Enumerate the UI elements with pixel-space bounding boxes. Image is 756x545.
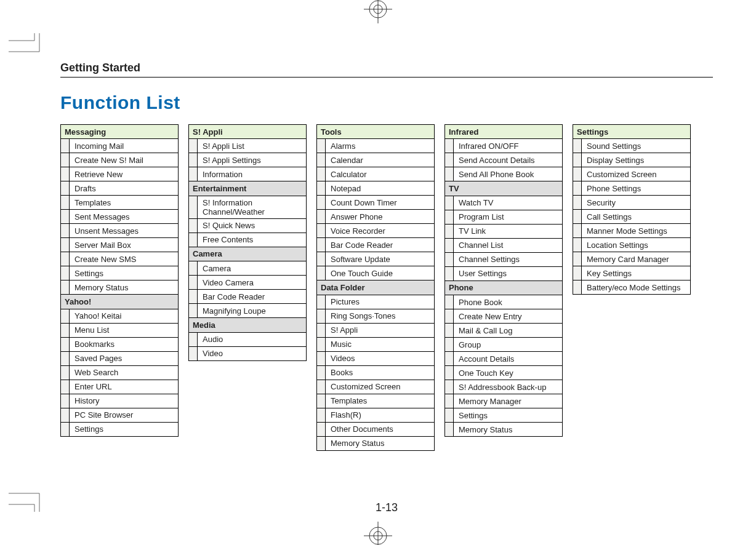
menu-item: Infrared ON/OFF <box>454 139 563 153</box>
menu-item: Security <box>582 196 691 210</box>
menu-item-gutter <box>573 153 582 167</box>
menu-item-gutter <box>61 196 70 210</box>
menu-item: Web Search <box>70 365 179 380</box>
menu-item-gutter <box>445 238 454 252</box>
menu-group: TVWatch TVProgram ListTV LinkChannel Lis… <box>444 181 563 281</box>
menu-group-header: Yahoo! <box>61 295 179 309</box>
menu-item: S! Appli <box>326 323 435 337</box>
menu-item: Software Update <box>326 252 435 266</box>
menu-item-gutter <box>317 266 326 280</box>
menu-item-gutter <box>189 153 198 167</box>
menu-item-gutter <box>317 351 326 365</box>
menu-group: InfraredInfrared ON/OFFSend Account Deta… <box>444 124 563 181</box>
menu-column: SettingsSound SettingsDisplay SettingsCu… <box>573 124 691 295</box>
menu-item: Video Camera <box>198 276 307 290</box>
menu-item: Incoming Mail <box>70 139 179 153</box>
menu-item: Settings <box>70 422 179 436</box>
menu-item-gutter <box>189 261 198 276</box>
menu-item: Magnifying Loupe <box>198 304 307 318</box>
menu-item-gutter <box>61 181 70 196</box>
menu-item-gutter <box>61 408 70 422</box>
menu-item-gutter <box>61 380 70 394</box>
menu-item-gutter <box>61 323 70 337</box>
menu-item: Videos <box>326 351 435 365</box>
menu-item-gutter <box>189 290 198 304</box>
menu-item-gutter <box>445 380 454 394</box>
menu-item: Free Contents <box>198 233 307 247</box>
menu-item-gutter <box>445 252 454 266</box>
registration-mark-bottom <box>364 522 392 545</box>
menu-item: Memory Status <box>326 436 435 450</box>
menu-item: Phone Book <box>454 295 563 309</box>
menu-item-gutter <box>317 252 326 266</box>
menu-item-gutter <box>445 309 454 324</box>
menu-item-gutter <box>61 266 70 280</box>
menu-item-gutter <box>61 351 70 365</box>
menu-item: Templates <box>70 196 179 210</box>
menu-item: Memory Status <box>454 423 563 437</box>
menu-item: Channel Settings <box>454 252 563 266</box>
menu-item: S! Appli Settings <box>198 153 307 167</box>
menu-item-gutter <box>445 153 454 167</box>
menu-item: TV Link <box>454 224 563 238</box>
registration-mark-top <box>364 0 392 23</box>
menu-group: MediaAudioVideo <box>188 318 307 361</box>
menu-item: Location Settings <box>582 238 691 252</box>
menu-item-gutter <box>573 224 582 238</box>
menu-item-gutter <box>573 238 582 252</box>
function-list-columns: MessagingIncoming MailCreate New S! Mail… <box>60 124 713 451</box>
menu-item: Bar Code Reader <box>326 238 435 252</box>
menu-group: EntertainmentS! Information Channel/Weat… <box>188 181 307 247</box>
menu-item-gutter <box>445 324 454 338</box>
menu-group-header: Data Folder <box>317 280 435 295</box>
menu-item-gutter <box>573 266 582 280</box>
menu-item: Video <box>198 346 307 360</box>
page-title: Function List <box>60 92 713 113</box>
menu-item: Sent Messages <box>70 210 179 224</box>
menu-group-header: Entertainment <box>189 181 307 196</box>
menu-item-gutter <box>445 338 454 352</box>
menu-item: Program List <box>454 210 563 224</box>
menu-item-gutter <box>317 337 326 351</box>
menu-item-gutter <box>445 423 454 437</box>
menu-item: Mail & Call Log <box>454 324 563 338</box>
menu-item: Camera <box>198 261 307 276</box>
menu-item: Account Details <box>454 352 563 366</box>
menu-column: InfraredInfrared ON/OFFSend Account Deta… <box>444 124 563 437</box>
menu-item: Pictures <box>326 295 435 309</box>
menu-item-gutter <box>61 280 70 295</box>
menu-item: S! Addressbook Back-up <box>454 380 563 394</box>
menu-item: Calculator <box>326 167 435 181</box>
crop-mark-top-left <box>9 33 46 59</box>
menu-item: User Settings <box>454 266 563 280</box>
crop-mark-bottom-left <box>9 486 46 512</box>
menu-item-gutter <box>573 196 582 210</box>
menu-group: SettingsSound SettingsDisplay SettingsCu… <box>573 124 691 295</box>
menu-item-gutter <box>317 365 326 380</box>
menu-item: S! Appli List <box>198 139 307 153</box>
menu-item-gutter <box>61 153 70 167</box>
menu-item-gutter <box>317 323 326 337</box>
menu-item: Calendar <box>326 153 435 167</box>
menu-item-gutter <box>189 332 198 346</box>
menu-item: Drafts <box>70 181 179 196</box>
menu-group: MessagingIncoming MailCreate New S! Mail… <box>60 124 179 295</box>
menu-item-gutter <box>189 167 198 181</box>
menu-item-gutter <box>61 365 70 380</box>
menu-group-header: Phone <box>445 281 563 295</box>
menu-item-gutter <box>61 224 70 238</box>
menu-group-header: Camera <box>189 247 307 261</box>
menu-item-gutter <box>573 252 582 266</box>
menu-item-gutter <box>189 196 198 218</box>
menu-item: Count Down Timer <box>326 196 435 210</box>
menu-item-gutter <box>61 139 70 153</box>
menu-item: Alarms <box>326 139 435 153</box>
menu-item: Create New Entry <box>454 309 563 324</box>
menu-item: Enter URL <box>70 380 179 394</box>
page-number: 1-13 <box>376 501 398 514</box>
menu-group-header: S! Appli <box>189 125 307 139</box>
menu-item-gutter <box>61 167 70 181</box>
menu-item-gutter <box>573 210 582 224</box>
menu-item-gutter <box>61 252 70 266</box>
menu-item: Audio <box>198 332 307 346</box>
